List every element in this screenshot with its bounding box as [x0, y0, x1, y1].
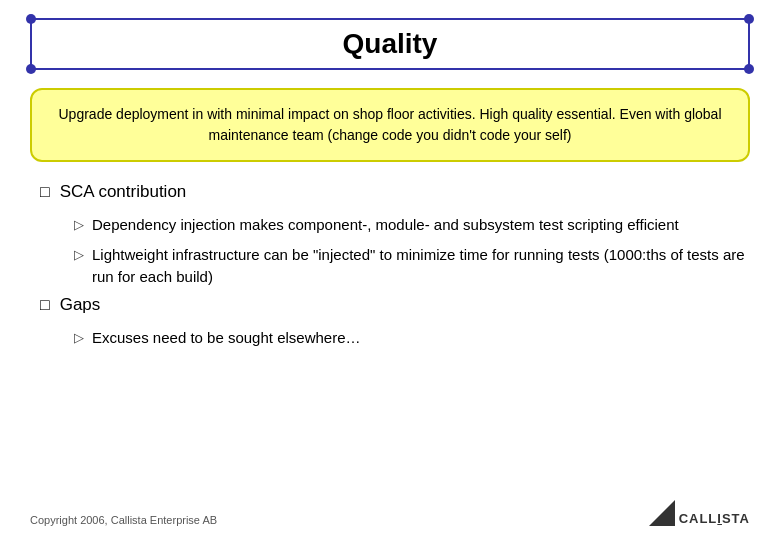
highlight-box: Upgrade deployment in with minimal impac… — [30, 88, 750, 162]
footer: Copyright 2006, Callista Enterprise AB C… — [30, 500, 750, 526]
bullet-label-sca: SCA contribution — [60, 182, 187, 202]
sub-item-1: ▷ Lightweight infrastructure can be "inj… — [74, 244, 750, 288]
callista-text: CALLISTA — [679, 511, 750, 526]
slide-container: Quality Upgrade deployment in with minim… — [0, 0, 780, 540]
bullet-gaps: □ Gaps — [40, 295, 750, 315]
sub-text-1: Lightweight infrastructure can be "injec… — [92, 244, 750, 288]
sub-text-0: Dependency injection makes component-, m… — [92, 214, 679, 236]
sub-text-gaps-0: Excuses need to be sought elsewhere… — [92, 327, 361, 349]
callista-i: I — [717, 511, 722, 526]
sub-item-0: ▷ Dependency injection makes component-,… — [74, 214, 750, 236]
bullet-marker-gaps: □ — [40, 296, 50, 314]
bullet-label-gaps: Gaps — [60, 295, 101, 315]
sca-sub-list: ▷ Dependency injection makes component-,… — [74, 214, 750, 287]
callista-triangle-container — [649, 500, 675, 526]
sub-item-gaps-0: ▷ Excuses need to be sought elsewhere… — [74, 327, 750, 349]
highlight-text: Upgrade deployment in with minimal impac… — [59, 106, 722, 143]
gaps-sub-list: ▷ Excuses need to be sought elsewhere… — [74, 327, 750, 349]
sub-marker-1: ▷ — [74, 247, 84, 262]
main-content: □ SCA contribution ▷ Dependency injectio… — [30, 182, 750, 349]
sub-marker-gaps-0: ▷ — [74, 330, 84, 345]
callista-logo: CALLISTA — [649, 500, 750, 526]
sub-marker-0: ▷ — [74, 217, 84, 232]
bullet-sca: □ SCA contribution — [40, 182, 750, 202]
bullet-marker-sca: □ — [40, 183, 50, 201]
title-box: Quality — [30, 18, 750, 70]
svg-marker-0 — [649, 500, 675, 526]
copyright-text: Copyright 2006, Callista Enterprise AB — [30, 514, 217, 526]
corner-dot-bl — [26, 64, 36, 74]
slide-title: Quality — [343, 28, 438, 59]
callista-triangle-icon — [649, 500, 675, 526]
corner-dot-br — [744, 64, 754, 74]
